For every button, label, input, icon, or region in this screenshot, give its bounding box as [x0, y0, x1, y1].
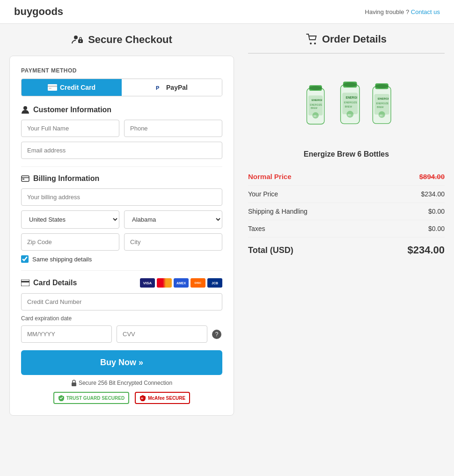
billing-address-input[interactable] — [21, 188, 222, 206]
svg-rect-12 — [21, 281, 29, 282]
svg-point-19 — [309, 86, 322, 90]
visa-icon: VISA — [140, 278, 155, 288]
total-value: $234.00 — [407, 244, 445, 256]
svg-text:ENERGIZE: ENERGIZE — [376, 102, 388, 105]
city-input[interactable] — [124, 233, 222, 251]
svg-point-28 — [343, 82, 357, 87]
trust-guard-badge: TRUST GUARD SECURED — [53, 392, 129, 404]
name-phone-row — [21, 120, 222, 137]
card-icons: VISA AMEX DISC JCB — [140, 278, 222, 288]
svg-text:ENERGI: ENERGI — [312, 99, 322, 101]
svg-rect-8 — [22, 176, 29, 181]
paypal-tab-label: PayPal — [166, 84, 188, 91]
logo-text: buygoods — [14, 6, 63, 17]
payment-tabs: Credit Card P PayPal — [21, 79, 222, 96]
shipping-row: Shipping & Handling $0.00 — [248, 203, 445, 220]
normal-price-label: Normal Price — [248, 173, 292, 180]
taxes-label: Taxes — [248, 225, 265, 232]
your-price-value: $234.00 — [421, 190, 445, 198]
svg-point-37 — [375, 84, 388, 88]
same-shipping-label: Same shipping details — [32, 256, 92, 263]
mcafee-icon: M — [139, 395, 146, 401]
svg-rect-11 — [21, 280, 29, 286]
mcafee-badge: M McAfee SECURE — [135, 392, 190, 404]
svg-text:ENERGI: ENERGI — [346, 96, 358, 99]
total-label: Total (USD) — [248, 245, 293, 255]
normal-price-value: $894.00 — [419, 173, 445, 180]
country-select[interactable]: United States Canada United Kingdom — [21, 210, 119, 229]
person-icon — [21, 106, 29, 114]
credit-card-tab-label: Credit Card — [60, 84, 95, 91]
mastercard-icon — [157, 278, 172, 288]
same-shipping-checkbox[interactable] — [21, 255, 29, 263]
divider-1 — [21, 166, 222, 167]
zip-city-row — [21, 233, 222, 251]
svg-rect-10 — [22, 179, 24, 180]
secure-label: Secure 256 Bit Encrypted Connection — [21, 380, 222, 386]
svg-point-2 — [80, 41, 81, 42]
svg-rect-4 — [48, 86, 57, 87]
credit-card-icon — [48, 84, 57, 91]
checkout-title-text: Secure Checkout — [88, 34, 172, 46]
order-divider — [248, 53, 445, 54]
svg-text:BREW: BREW — [311, 107, 318, 109]
email-input[interactable] — [21, 142, 222, 159]
amex-icon: AMEX — [174, 278, 189, 288]
svg-rect-5 — [49, 88, 51, 89]
svg-text:BREW: BREW — [377, 106, 384, 108]
shipping-label: Shipping & Handling — [248, 208, 308, 215]
svg-text:60: 60 — [314, 115, 316, 117]
phone-input[interactable] — [124, 120, 222, 137]
total-row: Total (USD) $234.00 — [248, 238, 445, 263]
billing-info-title: Billing Information — [21, 174, 222, 183]
payment-method-label: PAYMENT METHOD — [21, 67, 222, 74]
svg-text:ENERGIZE: ENERGIZE — [344, 101, 358, 104]
buy-now-button[interactable]: Buy Now » — [21, 350, 222, 375]
your-price-label: Your Price — [248, 190, 278, 198]
svg-text:BREW: BREW — [345, 105, 352, 108]
card-details-title: Card Details — [21, 279, 77, 287]
country-state-row: United States Canada United Kingdom Alab… — [21, 210, 222, 229]
svg-point-16 — [314, 43, 316, 44]
card-number-row — [21, 293, 222, 310]
jcb-icon: JCB — [207, 278, 222, 288]
svg-text:P: P — [156, 85, 159, 91]
taxes-row: Taxes $0.00 — [248, 220, 445, 237]
card-icon — [21, 280, 29, 286]
secure-icon — [71, 33, 84, 46]
svg-rect-13 — [72, 382, 76, 386]
full-name-input[interactable] — [21, 120, 119, 137]
product-image-area: ENERGI ENERGIZE BREW 60 ENERGI ENERGIZE … — [248, 63, 445, 143]
expiry-input[interactable] — [21, 325, 112, 343]
same-shipping-row: Same shipping details — [21, 255, 222, 263]
svg-text:60: 60 — [348, 114, 351, 116]
cvv-help-icon[interactable]: ? — [212, 330, 221, 339]
zip-input[interactable] — [21, 233, 119, 251]
lock-icon — [71, 380, 77, 386]
checkout-card: PAYMENT METHOD Credit Card P PayPal — [9, 56, 234, 416]
product-name: Energize Brew 6 Bottles — [248, 150, 445, 159]
card-number-input[interactable] — [21, 293, 222, 310]
shipping-value: $0.00 — [428, 208, 445, 215]
customer-info-title: Customer Information — [21, 106, 222, 114]
svg-text:ENERGIZE: ENERGIZE — [310, 103, 322, 106]
state-select[interactable]: Alabama Alaska Arizona California Colora… — [124, 210, 222, 229]
taxes-value: $0.00 — [428, 225, 445, 232]
card-details-header: Card Details VISA AMEX DISC JCB — [21, 278, 222, 288]
tab-paypal[interactable]: P PayPal — [122, 79, 222, 96]
svg-point-7 — [23, 106, 27, 110]
header: buygoods Having trouble ? Contact us — [0, 0, 454, 24]
checkout-title: Secure Checkout — [9, 33, 234, 46]
left-column: Secure Checkout PAYMENT METHOD Credit Ca… — [9, 33, 234, 416]
paypal-icon: P — [156, 84, 163, 91]
logo: buygoods — [14, 6, 63, 18]
cvv-input[interactable] — [117, 325, 207, 343]
svg-text:M: M — [141, 397, 143, 400]
contact-us-link[interactable]: Contact us — [411, 8, 440, 15]
discover-icon: DISC — [190, 278, 205, 288]
tab-credit-card[interactable]: Credit Card — [22, 79, 122, 96]
header-right: Having trouble ? Contact us — [365, 8, 440, 15]
email-row — [21, 142, 222, 159]
product-image: ENERGI ENERGIZE BREW 60 ENERGI ENERGIZE … — [286, 63, 407, 143]
main-container: Secure Checkout PAYMENT METHOD Credit Ca… — [0, 24, 454, 434]
